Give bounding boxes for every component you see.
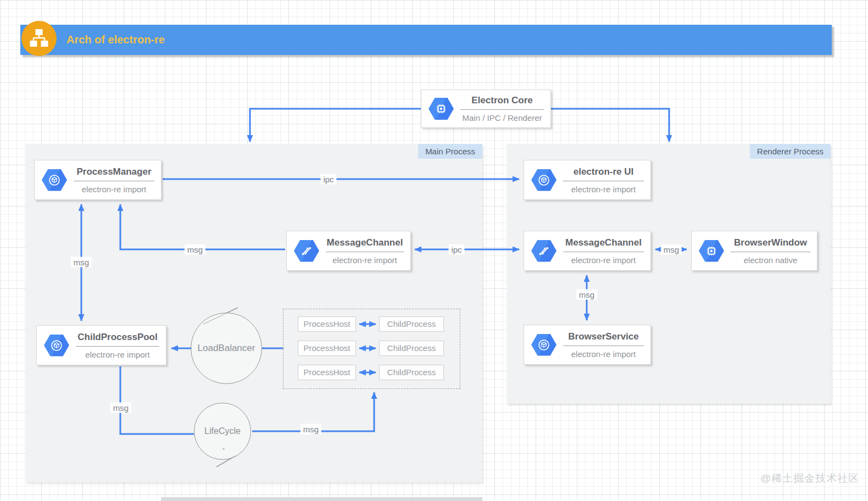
node-subtitle: electron-re import bbox=[563, 252, 644, 265]
edge-label-msg: msg bbox=[576, 290, 597, 300]
node-title: Electron Core bbox=[460, 95, 544, 110]
node-browser-service: BrowserService electron-re import bbox=[524, 325, 651, 365]
node-subtitle: electron-re import bbox=[74, 181, 154, 194]
node-title: ProcessManager bbox=[74, 166, 154, 181]
node-subtitle: electron-re import bbox=[563, 181, 644, 194]
edge-label-msg: msg bbox=[110, 403, 131, 413]
node-message-channel-renderer: MessageChannel electron-re import bbox=[524, 231, 651, 271]
node-title: BrowserService bbox=[563, 331, 644, 346]
life-cycle-circle: LifeCycle bbox=[194, 403, 251, 460]
cube-icon bbox=[44, 335, 69, 357]
node-title: electron-re UI bbox=[563, 166, 644, 181]
cube-icon bbox=[531, 169, 557, 191]
chip-icon bbox=[699, 240, 724, 262]
node-process-manager: ProcessManager electron-re import bbox=[34, 160, 162, 200]
sitemap-icon bbox=[21, 21, 57, 56]
child-process-box: ChildProcess bbox=[379, 365, 444, 380]
node-title: ChildProcessPool bbox=[76, 332, 159, 347]
transfer-arrows-icon bbox=[531, 240, 557, 262]
diagram-canvas: Main Process Renderer Process bbox=[0, 0, 868, 501]
diagram-title: Arch of electron-re bbox=[66, 25, 165, 55]
node-title: MessageChannel bbox=[326, 237, 404, 252]
node-browser-window: BrowserWindow electron native bbox=[691, 231, 817, 271]
edge-label-ipc: ipc bbox=[448, 244, 464, 255]
node-subtitle: electron native bbox=[731, 252, 810, 265]
transfer-arrows-icon bbox=[294, 240, 319, 262]
life-cycle-label: LifeCycle bbox=[204, 426, 241, 436]
child-process-box: ChildProcess bbox=[379, 341, 444, 356]
cube-icon bbox=[531, 334, 557, 356]
node-subtitle: electron-re import bbox=[76, 347, 159, 359]
edge-label-ipc: ipc bbox=[320, 174, 336, 185]
node-electron-re-ui: electron-re UI electron-re import bbox=[524, 160, 651, 200]
edge-label-msg: msg bbox=[661, 244, 682, 255]
node-subtitle: Main / IPC / Renderer bbox=[460, 110, 544, 123]
chip-icon bbox=[429, 98, 454, 120]
cube-icon bbox=[42, 169, 67, 191]
process-host-box: ProcessHost bbox=[298, 365, 356, 380]
node-title: MessageChannel bbox=[563, 237, 644, 252]
diagram-title-bar: Arch of electron-re bbox=[20, 25, 832, 55]
watermark: @稀土掘金技术社区 bbox=[760, 471, 859, 486]
node-subtitle: electron-re import bbox=[326, 252, 404, 265]
edge-label-msg: msg bbox=[301, 424, 321, 435]
child-process-box: ChildProcess bbox=[379, 316, 444, 332]
load-balancer-label: LoadBalancer bbox=[198, 343, 255, 354]
node-child-process-pool: ChildProcessPool electron-re import bbox=[36, 325, 166, 365]
node-title: BrowserWindow bbox=[731, 237, 810, 252]
edge-label-msg: msg bbox=[185, 244, 205, 255]
process-host-box: ProcessHost bbox=[298, 316, 356, 332]
load-balancer-circle: LoadBalancer bbox=[191, 313, 262, 384]
node-message-channel-main: MessageChannel electron-re import bbox=[286, 231, 411, 271]
node-subtitle: electron-re import bbox=[563, 346, 644, 359]
edge-label-msg: msg bbox=[71, 257, 92, 268]
process-host-box: ProcessHost bbox=[298, 341, 356, 356]
node-electron-core: Electron Core Main / IPC / Renderer bbox=[421, 90, 551, 128]
